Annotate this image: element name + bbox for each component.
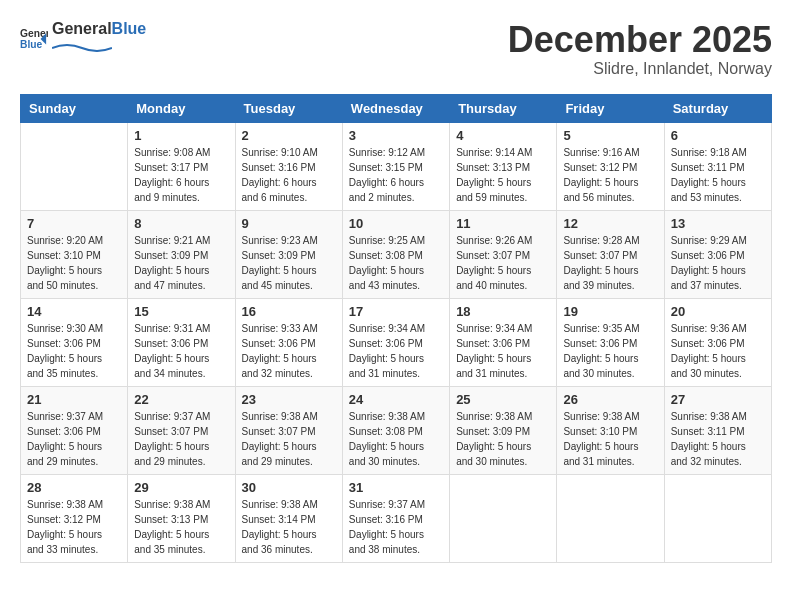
- weekday-header-saturday: Saturday: [664, 94, 771, 122]
- calendar-cell: 21Sunrise: 9:37 AMSunset: 3:06 PMDayligh…: [21, 386, 128, 474]
- day-info: Sunrise: 9:28 AMSunset: 3:07 PMDaylight:…: [563, 233, 657, 293]
- weekday-header-tuesday: Tuesday: [235, 94, 342, 122]
- calendar-cell: 2Sunrise: 9:10 AMSunset: 3:16 PMDaylight…: [235, 122, 342, 210]
- day-info: Sunrise: 9:23 AMSunset: 3:09 PMDaylight:…: [242, 233, 336, 293]
- weekday-header-thursday: Thursday: [450, 94, 557, 122]
- calendar-cell: 22Sunrise: 9:37 AMSunset: 3:07 PMDayligh…: [128, 386, 235, 474]
- calendar-cell: 6Sunrise: 9:18 AMSunset: 3:11 PMDaylight…: [664, 122, 771, 210]
- location-title: Slidre, Innlandet, Norway: [508, 60, 772, 78]
- day-info: Sunrise: 9:36 AMSunset: 3:06 PMDaylight:…: [671, 321, 765, 381]
- calendar-cell: 9Sunrise: 9:23 AMSunset: 3:09 PMDaylight…: [235, 210, 342, 298]
- day-info: Sunrise: 9:38 AMSunset: 3:11 PMDaylight:…: [671, 409, 765, 469]
- calendar-cell: 24Sunrise: 9:38 AMSunset: 3:08 PMDayligh…: [342, 386, 449, 474]
- day-number: 23: [242, 392, 336, 407]
- calendar-cell: 17Sunrise: 9:34 AMSunset: 3:06 PMDayligh…: [342, 298, 449, 386]
- calendar-cell: 25Sunrise: 9:38 AMSunset: 3:09 PMDayligh…: [450, 386, 557, 474]
- day-info: Sunrise: 9:26 AMSunset: 3:07 PMDaylight:…: [456, 233, 550, 293]
- day-info: Sunrise: 9:38 AMSunset: 3:08 PMDaylight:…: [349, 409, 443, 469]
- day-number: 11: [456, 216, 550, 231]
- day-info: Sunrise: 9:12 AMSunset: 3:15 PMDaylight:…: [349, 145, 443, 205]
- day-number: 31: [349, 480, 443, 495]
- day-number: 9: [242, 216, 336, 231]
- day-number: 15: [134, 304, 228, 319]
- day-info: Sunrise: 9:10 AMSunset: 3:16 PMDaylight:…: [242, 145, 336, 205]
- weekday-header-row: SundayMondayTuesdayWednesdayThursdayFrid…: [21, 94, 772, 122]
- day-info: Sunrise: 9:14 AMSunset: 3:13 PMDaylight:…: [456, 145, 550, 205]
- calendar-cell: 1Sunrise: 9:08 AMSunset: 3:17 PMDaylight…: [128, 122, 235, 210]
- calendar-cell: 20Sunrise: 9:36 AMSunset: 3:06 PMDayligh…: [664, 298, 771, 386]
- day-number: 17: [349, 304, 443, 319]
- logo-blue: Blue: [112, 20, 147, 37]
- calendar-cell: 11Sunrise: 9:26 AMSunset: 3:07 PMDayligh…: [450, 210, 557, 298]
- day-info: Sunrise: 9:38 AMSunset: 3:07 PMDaylight:…: [242, 409, 336, 469]
- logo: General Blue GeneralBlue: [20, 20, 146, 56]
- day-number: 26: [563, 392, 657, 407]
- day-info: Sunrise: 9:25 AMSunset: 3:08 PMDaylight:…: [349, 233, 443, 293]
- weekday-header-wednesday: Wednesday: [342, 94, 449, 122]
- calendar-cell: 8Sunrise: 9:21 AMSunset: 3:09 PMDaylight…: [128, 210, 235, 298]
- calendar-cell: [664, 474, 771, 562]
- day-number: 13: [671, 216, 765, 231]
- header: General Blue GeneralBlue December 2025 S…: [20, 20, 772, 78]
- calendar-cell: 23Sunrise: 9:38 AMSunset: 3:07 PMDayligh…: [235, 386, 342, 474]
- calendar-cell: [21, 122, 128, 210]
- weekday-header-sunday: Sunday: [21, 94, 128, 122]
- day-number: 6: [671, 128, 765, 143]
- day-info: Sunrise: 9:34 AMSunset: 3:06 PMDaylight:…: [349, 321, 443, 381]
- calendar-cell: 26Sunrise: 9:38 AMSunset: 3:10 PMDayligh…: [557, 386, 664, 474]
- logo-general: General: [52, 20, 112, 37]
- logo-icon: General Blue: [20, 24, 48, 52]
- week-row-2: 7Sunrise: 9:20 AMSunset: 3:10 PMDaylight…: [21, 210, 772, 298]
- day-info: Sunrise: 9:33 AMSunset: 3:06 PMDaylight:…: [242, 321, 336, 381]
- calendar-cell: 29Sunrise: 9:38 AMSunset: 3:13 PMDayligh…: [128, 474, 235, 562]
- day-info: Sunrise: 9:38 AMSunset: 3:10 PMDaylight:…: [563, 409, 657, 469]
- day-number: 16: [242, 304, 336, 319]
- day-info: Sunrise: 9:08 AMSunset: 3:17 PMDaylight:…: [134, 145, 228, 205]
- calendar-cell: 13Sunrise: 9:29 AMSunset: 3:06 PMDayligh…: [664, 210, 771, 298]
- calendar-cell: 15Sunrise: 9:31 AMSunset: 3:06 PMDayligh…: [128, 298, 235, 386]
- calendar-cell: 30Sunrise: 9:38 AMSunset: 3:14 PMDayligh…: [235, 474, 342, 562]
- calendar-cell: 16Sunrise: 9:33 AMSunset: 3:06 PMDayligh…: [235, 298, 342, 386]
- day-info: Sunrise: 9:29 AMSunset: 3:06 PMDaylight:…: [671, 233, 765, 293]
- calendar: SundayMondayTuesdayWednesdayThursdayFrid…: [20, 94, 772, 563]
- week-row-4: 21Sunrise: 9:37 AMSunset: 3:06 PMDayligh…: [21, 386, 772, 474]
- day-number: 19: [563, 304, 657, 319]
- day-number: 4: [456, 128, 550, 143]
- calendar-cell: 10Sunrise: 9:25 AMSunset: 3:08 PMDayligh…: [342, 210, 449, 298]
- weekday-header-monday: Monday: [128, 94, 235, 122]
- day-info: Sunrise: 9:35 AMSunset: 3:06 PMDaylight:…: [563, 321, 657, 381]
- calendar-cell: 18Sunrise: 9:34 AMSunset: 3:06 PMDayligh…: [450, 298, 557, 386]
- day-number: 14: [27, 304, 121, 319]
- calendar-cell: [557, 474, 664, 562]
- calendar-cell: 12Sunrise: 9:28 AMSunset: 3:07 PMDayligh…: [557, 210, 664, 298]
- logo-wave: [52, 40, 112, 52]
- day-info: Sunrise: 9:37 AMSunset: 3:06 PMDaylight:…: [27, 409, 121, 469]
- calendar-cell: 28Sunrise: 9:38 AMSunset: 3:12 PMDayligh…: [21, 474, 128, 562]
- day-number: 10: [349, 216, 443, 231]
- title-area: December 2025 Slidre, Innlandet, Norway: [508, 20, 772, 78]
- day-info: Sunrise: 9:38 AMSunset: 3:13 PMDaylight:…: [134, 497, 228, 557]
- day-number: 20: [671, 304, 765, 319]
- svg-text:Blue: Blue: [20, 39, 43, 50]
- calendar-cell: 27Sunrise: 9:38 AMSunset: 3:11 PMDayligh…: [664, 386, 771, 474]
- day-number: 2: [242, 128, 336, 143]
- calendar-cell: [450, 474, 557, 562]
- day-number: 1: [134, 128, 228, 143]
- weekday-header-friday: Friday: [557, 94, 664, 122]
- day-info: Sunrise: 9:34 AMSunset: 3:06 PMDaylight:…: [456, 321, 550, 381]
- week-row-1: 1Sunrise: 9:08 AMSunset: 3:17 PMDaylight…: [21, 122, 772, 210]
- calendar-cell: 3Sunrise: 9:12 AMSunset: 3:15 PMDaylight…: [342, 122, 449, 210]
- day-info: Sunrise: 9:21 AMSunset: 3:09 PMDaylight:…: [134, 233, 228, 293]
- day-info: Sunrise: 9:20 AMSunset: 3:10 PMDaylight:…: [27, 233, 121, 293]
- calendar-cell: 7Sunrise: 9:20 AMSunset: 3:10 PMDaylight…: [21, 210, 128, 298]
- week-row-3: 14Sunrise: 9:30 AMSunset: 3:06 PMDayligh…: [21, 298, 772, 386]
- day-info: Sunrise: 9:31 AMSunset: 3:06 PMDaylight:…: [134, 321, 228, 381]
- day-number: 8: [134, 216, 228, 231]
- day-number: 28: [27, 480, 121, 495]
- day-number: 21: [27, 392, 121, 407]
- day-info: Sunrise: 9:38 AMSunset: 3:14 PMDaylight:…: [242, 497, 336, 557]
- day-number: 25: [456, 392, 550, 407]
- day-number: 24: [349, 392, 443, 407]
- day-info: Sunrise: 9:18 AMSunset: 3:11 PMDaylight:…: [671, 145, 765, 205]
- calendar-cell: 4Sunrise: 9:14 AMSunset: 3:13 PMDaylight…: [450, 122, 557, 210]
